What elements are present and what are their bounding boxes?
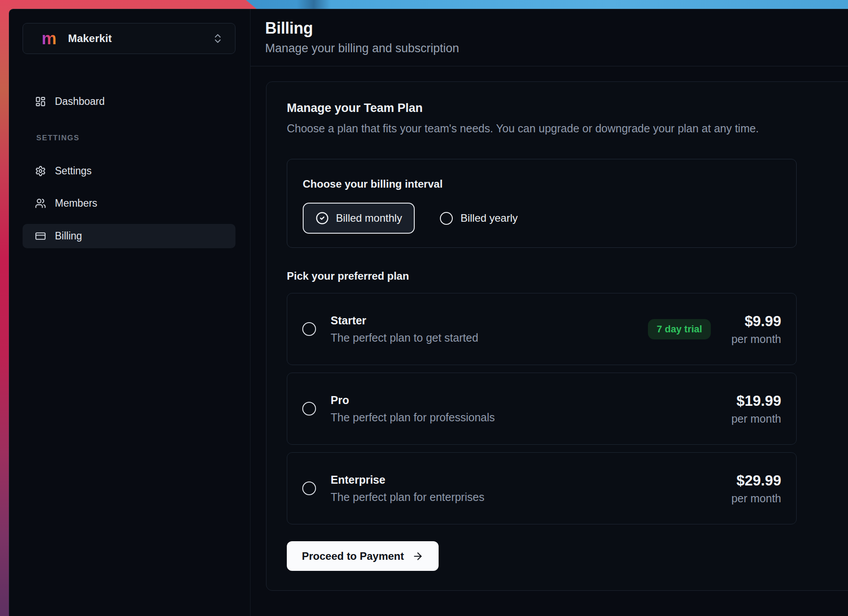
plan-period: per month bbox=[731, 412, 781, 425]
proceed-button-label: Proceed to Payment bbox=[302, 550, 404, 562]
sidebar-item-billing[interactable]: Billing bbox=[23, 224, 235, 248]
plan-row-enterprise[interactable]: Enterprise The perfect plan for enterpri… bbox=[287, 452, 797, 524]
workspace-name: Makerkit bbox=[68, 32, 112, 45]
pick-plan-label: Pick your preferred plan bbox=[287, 270, 848, 282]
plan-price: $29.99 bbox=[731, 472, 781, 489]
billing-interval-options: Billed monthly Billed yearly bbox=[303, 203, 781, 234]
price-column: $19.99 per month bbox=[731, 393, 781, 425]
billing-interval-group: Choose your billing interval Billed mont… bbox=[287, 159, 797, 248]
sidebar-item-settings[interactable]: Settings bbox=[23, 159, 235, 182]
sidebar-item-label: Settings bbox=[55, 165, 92, 177]
plan-price: $9.99 bbox=[731, 313, 781, 330]
arrow-right-icon bbox=[412, 551, 424, 562]
sidebar-item-dashboard[interactable]: Dashboard bbox=[23, 90, 235, 113]
price-column: $29.99 per month bbox=[731, 472, 781, 505]
sidebar-item-label: Members bbox=[55, 197, 97, 209]
plan-row-starter[interactable]: Starter The perfect plan to get started … bbox=[287, 293, 797, 365]
app-surface: m Makerkit Dashboard SETTINGS Settings bbox=[9, 9, 848, 616]
plan-text: Pro The perfect plan for professionals bbox=[331, 394, 495, 424]
sidebar-item-label: Billing bbox=[55, 230, 82, 242]
radio-circle-icon[interactable] bbox=[302, 402, 316, 416]
price-column: $9.99 per month bbox=[731, 313, 781, 346]
gear-icon bbox=[35, 166, 46, 177]
card-description: Choose a plan that fits your team's need… bbox=[287, 122, 848, 135]
trial-badge: 7 day trial bbox=[648, 319, 711, 339]
plan-name: Enterprise bbox=[331, 474, 484, 486]
billing-interval-label: Choose your billing interval bbox=[303, 178, 781, 190]
circle-check-icon bbox=[316, 212, 329, 225]
plan-text: Starter The perfect plan to get started bbox=[331, 314, 478, 344]
makerkit-logo: m bbox=[42, 30, 57, 47]
proceed-to-payment-button[interactable]: Proceed to Payment bbox=[287, 541, 439, 571]
radio-circle-icon[interactable] bbox=[302, 481, 316, 495]
card-title: Manage your Team Plan bbox=[287, 101, 848, 115]
interval-yearly-label: Billed yearly bbox=[460, 212, 517, 224]
chevrons-up-down-icon bbox=[212, 33, 224, 44]
plan-right: $19.99 per month bbox=[731, 393, 781, 425]
plan-price: $19.99 bbox=[731, 393, 781, 409]
sidebar-item-label: Dashboard bbox=[55, 96, 105, 108]
credit-card-icon bbox=[35, 231, 46, 242]
interval-option-monthly[interactable]: Billed monthly bbox=[303, 203, 415, 234]
plan-period: per month bbox=[731, 333, 781, 346]
plan-name: Pro bbox=[331, 394, 495, 407]
radio-circle-icon bbox=[440, 212, 453, 225]
team-plan-card: Manage your Team Plan Choose a plan that… bbox=[266, 81, 848, 591]
sidebar-section-label: SETTINGS bbox=[36, 134, 235, 142]
page-header: Billing Manage your billing and subscrip… bbox=[251, 9, 848, 66]
sidebar-nav: Dashboard SETTINGS Settings Members bbox=[23, 90, 235, 248]
plan-right: 7 day trial $9.99 per month bbox=[648, 313, 781, 346]
dashboard-icon bbox=[35, 96, 46, 107]
plan-description: The perfect plan to get started bbox=[331, 331, 478, 344]
sidebar-item-members[interactable]: Members bbox=[23, 192, 235, 215]
page-title: Billing bbox=[265, 19, 848, 38]
plan-text: Enterprise The perfect plan for enterpri… bbox=[331, 474, 484, 504]
plan-period: per month bbox=[731, 492, 781, 505]
page-subtitle: Manage your billing and subscription bbox=[265, 42, 848, 55]
main-content: Billing Manage your billing and subscrip… bbox=[251, 9, 848, 616]
interval-monthly-label: Billed monthly bbox=[336, 212, 402, 224]
plan-description: The perfect plan for professionals bbox=[331, 411, 495, 424]
interval-option-yearly[interactable]: Billed yearly bbox=[440, 212, 517, 225]
radio-circle-icon[interactable] bbox=[302, 322, 316, 336]
users-icon bbox=[35, 198, 46, 209]
workspace-switcher[interactable]: m Makerkit bbox=[23, 23, 235, 54]
sidebar: m Makerkit Dashboard SETTINGS Settings bbox=[9, 9, 251, 616]
plan-description: The perfect plan for enterprises bbox=[331, 491, 484, 504]
sidebar-settings-group: Settings Members Billing bbox=[23, 159, 235, 248]
plan-name: Starter bbox=[331, 314, 478, 327]
plan-row-pro[interactable]: Pro The perfect plan for professionals $… bbox=[287, 373, 797, 445]
plan-right: $29.99 per month bbox=[731, 472, 781, 505]
